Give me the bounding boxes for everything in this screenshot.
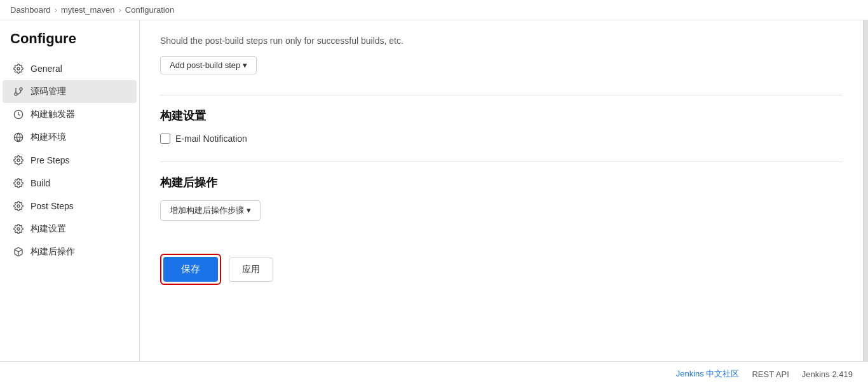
sidebar-item-general-label: General [31,64,62,74]
svg-point-9 [17,205,20,207]
svg-point-3 [15,93,17,95]
sidebar-item-source-control[interactable]: 源码管理 [3,80,137,103]
divider-2 [160,162,843,162]
build-settings-title: 构建设置 [160,108,843,123]
add-post-ops-label: 增加构建后操作步骤 ▾ [170,205,251,216]
branch-icon [13,86,24,97]
breadcrumb: Dashboard › mytest_maven › Configuration [0,0,868,20]
svg-point-2 [20,88,22,90]
post-build-ops-section: 构建后操作 增加构建后操作步骤 ▾ [160,175,843,236]
rest-api-link[interactable]: REST API [752,369,789,379]
sidebar-item-source-label: 源码管理 [31,86,66,97]
apply-button[interactable]: 应用 [229,258,273,282]
breadcrumb-project[interactable]: mytest_maven [61,5,115,15]
breadcrumb-current: Configuration [125,5,174,15]
sidebar-item-general[interactable]: General [3,57,137,80]
email-notification-checkbox[interactable] [160,134,170,144]
sidebar-title: Configure [0,31,139,57]
sidebar-item-trigger-label: 构建触发器 [31,109,75,120]
jenkins-version: Jenkins 2.419 [802,369,853,379]
sidebar-item-post-build[interactable]: 构建后操作 [3,240,137,263]
content-area: Should the post-build steps run only for… [140,20,863,361]
post-build-ops-title: 构建后操作 [160,175,843,190]
sidebar-item-post-steps-label: Post Steps [31,201,74,211]
breadcrumb-dashboard[interactable]: Dashboard [10,5,51,15]
sidebar-item-build-settings[interactable]: 构建设置 [3,217,137,240]
add-post-build-step-label: Add post-build step ▾ [170,60,247,70]
gear-icon [13,63,24,74]
add-post-build-step-button[interactable]: Add post-build step ▾ [160,56,257,74]
sidebar-item-post-build-label: 构建后操作 [31,246,75,258]
sidebar-item-build-label: Build [31,178,50,188]
divider-1 [160,95,843,95]
email-notification-row: E-mail Notification [160,134,843,144]
sidebar-item-env-label: 构建环境 [31,132,66,143]
save-button-wrapper: 保存 [160,254,221,285]
clock-icon [13,109,24,120]
add-post-ops-button[interactable]: 增加构建后操作步骤 ▾ [160,200,261,221]
svg-point-7 [17,159,20,162]
breadcrumb-sep-1: › [55,5,57,15]
build-settings-gear-icon [13,223,24,235]
sidebar-item-pre-steps-label: Pre Steps [31,155,69,165]
build-gear-icon [13,177,24,189]
post-build-desc: Should the post-build steps run only for… [160,36,843,46]
sidebar-item-build[interactable]: Build [3,172,137,195]
scrollbar[interactable] [863,20,868,361]
svg-point-10 [17,228,20,230]
sidebar-item-post-steps[interactable]: Post Steps [3,195,137,217]
svg-point-8 [17,182,20,184]
save-button[interactable]: 保存 [163,257,218,282]
breadcrumb-sep-2: › [119,5,121,15]
sidebar-item-build-settings-label: 构建设置 [31,223,66,235]
jenkins-community-link[interactable]: Jenkins 中文社区 [676,368,740,380]
action-buttons: 保存 应用 [160,254,843,285]
sidebar-item-build-trigger[interactable]: 构建触发器 [3,103,137,126]
svg-point-0 [17,67,20,70]
footer: Jenkins 中文社区 REST API Jenkins 2.419 [0,361,868,386]
box-icon [13,246,24,258]
pre-steps-gear-icon [13,155,24,166]
globe-icon [13,132,24,143]
build-settings-section: 构建设置 E-mail Notification [160,108,843,144]
sidebar-item-pre-steps[interactable]: Pre Steps [3,149,137,172]
email-notification-label[interactable]: E-mail Notification [175,134,247,144]
post-steps-gear-icon [13,200,24,212]
sidebar-item-build-env[interactable]: 构建环境 [3,126,137,149]
sidebar: Configure General 源码管理 [0,20,140,361]
